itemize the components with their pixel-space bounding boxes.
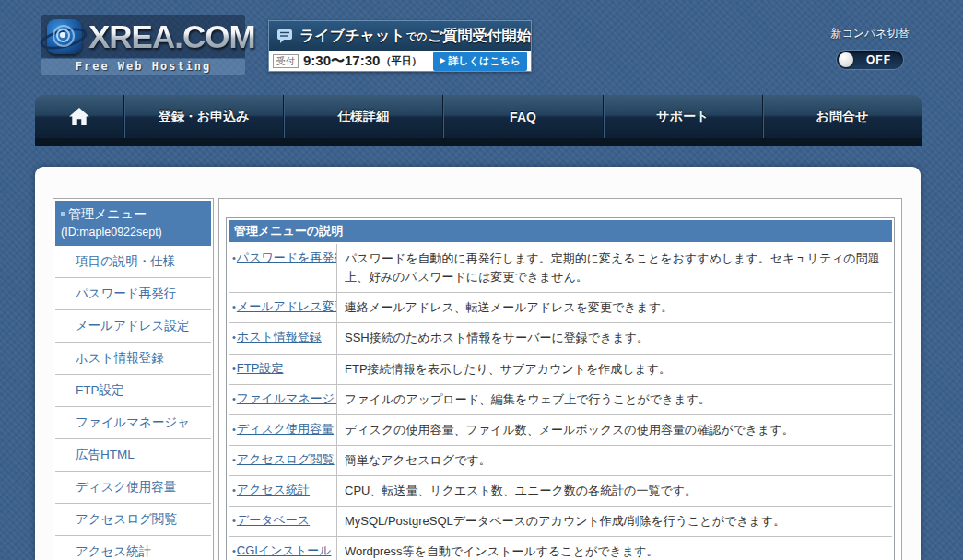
home-icon: [69, 108, 89, 125]
content-panel: 管理メニュー (ID:maple0922sept) 項目の説明・仕様パスワード再…: [35, 167, 921, 560]
bullet-icon: •: [232, 332, 236, 343]
sidebar-item-list: 項目の説明・仕様パスワード再発行メールアドレス設定ホスト情報登録FTP設定ファイ…: [55, 246, 211, 560]
menu-link[interactable]: FTP設定: [237, 361, 284, 375]
bullet-icon: •: [232, 545, 236, 556]
nav-item-3[interactable]: FAQ: [442, 95, 602, 138]
table-row-4: •FTP設定 FTP接続情報を表示したり、サブアカウントを作成します。: [229, 354, 892, 384]
main-content-box: 管理メニューの説明 •パスワードを再発行 パスワードを自動的に再発行します。定期…: [218, 198, 902, 560]
menu-description: Wordpress等を自動でインストールすることができます。: [337, 537, 892, 560]
menu-link[interactable]: ファイルマネージャ: [237, 391, 337, 405]
toggle-knob-icon: [839, 52, 853, 67]
table-row-5: •ファイルマネージャ ファイルのアップロード、編集をウェブ上で行うことができます…: [229, 384, 892, 414]
menu-description: ディスクの使用容量、ファイル数、メールボックスの使用容量の確認ができます。: [337, 415, 892, 445]
arrow-right-icon: ▶: [440, 57, 445, 64]
menu-link[interactable]: データベース: [237, 513, 310, 527]
nav-item-label: サポート: [656, 109, 709, 125]
table-title: 管理メニューの説明: [229, 220, 892, 242]
menu-link[interactable]: ホスト情報登録: [237, 330, 322, 344]
menu-description: CPU、転送量、リクエスト数、ユニーク数の各統計の一覧です。: [337, 476, 892, 506]
sidebar-item-7[interactable]: 広告HTML: [55, 439, 211, 472]
sidebar-item-10[interactable]: アクセス統計: [55, 536, 211, 560]
sidebar-item-9[interactable]: アクセスログ閲覧: [55, 504, 211, 536]
chat-title-part-1: ライブチャット: [299, 27, 405, 46]
chat-bubble-icon: [276, 29, 295, 44]
sidebar-item-3[interactable]: メールアドレス設定: [55, 310, 211, 343]
live-chat-banner: ライブチャット での ご質問受付開始 受付 9:30〜17:30 （平日） ▶ …: [268, 20, 532, 72]
nav-item-label: FAQ: [510, 110, 536, 124]
bullet-icon: •: [232, 363, 236, 374]
table-row-3: •ホスト情報登録 SSH接続のためホスト情報をサーバーに登録できます。: [229, 322, 892, 353]
table-row-2: •メールアドレス変更 連絡メールアドレス、転送メールアドレスを変更できます。: [229, 292, 892, 322]
sidebar-item-4[interactable]: ホスト情報登録: [55, 343, 211, 375]
sidebar-item-5[interactable]: FTP設定: [55, 375, 211, 407]
details-button-label: 詳しくはこちら: [448, 54, 521, 68]
globe-icon: [47, 19, 82, 54]
new-panel-switch-label: 新コンパネ切替: [828, 26, 912, 41]
chat-title-part-3: ご質問受付開始: [428, 27, 531, 46]
menu-link[interactable]: アクセス統計: [237, 483, 310, 496]
bullet-icon: •: [232, 454, 236, 465]
bullet-icon: •: [232, 515, 236, 526]
sidebar-item-6[interactable]: ファイルマネージャ: [55, 407, 211, 439]
menu-link[interactable]: CGIインストール: [237, 543, 332, 557]
site-logo[interactable]: XREA.COM Free Web Hosting: [41, 15, 245, 75]
nav-home[interactable]: [35, 95, 123, 138]
toggle-state: OFF: [866, 51, 891, 69]
menu-description: MySQL/PostgreSQLデータベースのアカウント作成/削除を行うことがで…: [337, 507, 892, 536]
reception-label: 受付: [273, 54, 299, 68]
logo-title: XREA.COM: [88, 18, 255, 55]
menu-description-table: 管理メニューの説明 •パスワードを再発行 パスワードを自動的に再発行します。定期…: [226, 217, 895, 560]
menu-description: SSH接続のためホスト情報をサーバーに登録できます。: [337, 323, 892, 353]
nav-item-5[interactable]: お問合せ: [762, 95, 922, 138]
menu-link[interactable]: アクセスログ閲覧: [237, 452, 335, 466]
logo-subtitle: Free Web Hosting: [41, 59, 245, 75]
menu-link[interactable]: メールアドレス変更: [237, 299, 337, 313]
menu-link[interactable]: ディスク使用容量: [237, 422, 334, 436]
live-chat-hours-row: 受付 9:30〜17:30 （平日） ▶ 詳しくはこちら: [269, 51, 531, 71]
sidebar-item-2[interactable]: パスワード再発行: [55, 278, 211, 310]
bullet-icon: •: [232, 424, 236, 435]
xrea-admin-page: { "header": { "logo": { "title": "XREA.C…: [0, 0, 963, 560]
table-row-7: •アクセスログ閲覧 簡単なアクセスログです。: [229, 445, 892, 475]
logo-title-row: XREA.COM: [41, 15, 245, 58]
sidebar-item-8[interactable]: ディスク使用容量: [55, 472, 211, 504]
menu-link[interactable]: パスワードを再発行: [237, 251, 337, 264]
details-button[interactable]: ▶ 詳しくはこちら: [433, 52, 527, 71]
new-panel-toggle[interactable]: OFF: [836, 50, 904, 70]
table-rows: •パスワードを再発行 パスワードを自動的に再発行します。定期的に変えることをおす…: [229, 244, 892, 560]
menu-description: FTP接続情報を表示したり、サブアカウントを作成します。: [337, 355, 892, 384]
table-row-9: •データベース MySQL/PostgreSQLデータベースのアカウント作成/削…: [229, 506, 892, 536]
reception-hours: 9:30〜17:30: [303, 52, 380, 70]
live-chat-banner-title: ライブチャット での ご質問受付開始: [269, 21, 531, 51]
chat-title-part-2: での: [405, 29, 429, 43]
admin-menu-sidebar: 管理メニュー (ID:maple0922sept) 項目の説明・仕様パスワード再…: [53, 198, 214, 560]
nav-item-2[interactable]: 仕様詳細: [283, 95, 442, 138]
sidebar-header: 管理メニュー (ID:maple0922sept): [55, 201, 211, 246]
nav-item-label: 登録・お申込み: [159, 109, 250, 125]
bullet-icon: •: [232, 301, 236, 312]
bullet-icon: •: [232, 393, 236, 404]
new-panel-switch: 新コンパネ切替 OFF: [828, 26, 912, 70]
menu-description: ファイルのアップロード、編集をウェブ上で行うことができます。: [337, 385, 892, 414]
nav-item-label: お問合せ: [816, 109, 869, 125]
menu-description: パスワードを自動的に再発行します。定期的に変えることをおすすめします。セキュリテ…: [337, 244, 892, 292]
nav-item-1[interactable]: 登録・お申込み: [123, 95, 283, 138]
bullet-icon: •: [232, 252, 236, 263]
nav-item-label: 仕様詳細: [337, 109, 389, 125]
sidebar-item-1[interactable]: 項目の説明・仕様: [55, 246, 211, 278]
bullet-icon: •: [232, 484, 236, 496]
menu-description: 連絡メールアドレス、転送メールアドレスを変更できます。: [337, 293, 892, 322]
account-id: (ID:maple0922sept): [61, 226, 206, 239]
square-bullet-icon: [61, 212, 65, 216]
table-row-1: •パスワードを再発行 パスワードを自動的に再発行します。定期的に変えることをおす…: [229, 244, 892, 292]
table-row-8: •アクセス統計 CPU、転送量、リクエスト数、ユニーク数の各統計の一覧です。: [229, 475, 892, 506]
menu-description: 簡単なアクセスログです。: [337, 446, 892, 475]
main-nav: 登録・お申込み 仕様詳細 FAQ サポート お問合せ: [35, 95, 922, 146]
table-row-6: •ディスク使用容量 ディスクの使用容量、ファイル数、メールボックスの使用容量の確…: [229, 414, 892, 445]
reception-hours-note: （平日）: [381, 54, 421, 68]
nav-item-4[interactable]: サポート: [603, 95, 762, 138]
sidebar-title: 管理メニュー: [68, 206, 147, 221]
table-row-10: •CGIインストール Wordpress等を自動でインストールすることができます…: [229, 536, 892, 560]
